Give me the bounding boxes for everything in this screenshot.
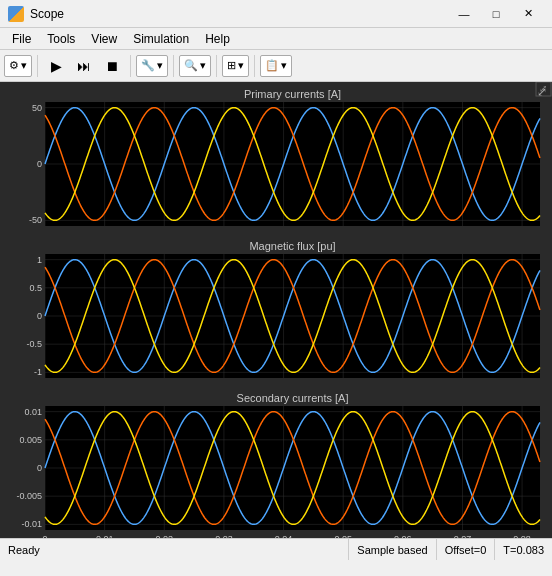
toolbar-separator-2: [130, 55, 131, 77]
maximize-button[interactable]: □: [480, 0, 512, 28]
layout-icon: ⊞: [227, 59, 236, 72]
config-combo[interactable]: 📋 ▾: [260, 55, 292, 77]
ready-text: Ready: [8, 544, 40, 556]
window-controls: — □ ✕: [448, 0, 544, 28]
settings-combo[interactable]: ⚙ ▾: [4, 55, 32, 77]
menu-view[interactable]: View: [83, 30, 125, 48]
menu-tools[interactable]: Tools: [39, 30, 83, 48]
toolbar-separator-5: [254, 55, 255, 77]
window-title: Scope: [30, 7, 448, 21]
config-icon: 📋: [265, 59, 279, 72]
tool-combo-1[interactable]: 🔧 ▾: [136, 55, 168, 77]
status-ready: Ready: [0, 539, 349, 560]
toolbar-separator-1: [37, 55, 38, 77]
title-bar: Scope — □ ✕: [0, 0, 552, 28]
time-text: T=0.083: [503, 544, 544, 556]
status-offset: Offset=0: [437, 539, 496, 560]
offset-text: Offset=0: [445, 544, 487, 556]
status-time: T=0.083: [495, 539, 552, 560]
dropdown-arrow-5: ▾: [281, 59, 287, 72]
scope-canvas[interactable]: [0, 82, 552, 538]
status-bar: Ready Sample based Offset=0 T=0.083: [0, 538, 552, 560]
zoom-combo[interactable]: 🔍 ▾: [179, 55, 211, 77]
menu-simulation[interactable]: Simulation: [125, 30, 197, 48]
expand-icon[interactable]: ⤢: [537, 85, 547, 99]
dropdown-arrow-3: ▾: [200, 59, 206, 72]
dropdown-arrow: ▾: [21, 59, 27, 72]
minimize-button[interactable]: —: [448, 0, 480, 28]
app-icon: [8, 6, 24, 22]
stop-button[interactable]: ⏹: [99, 53, 125, 79]
layout-combo[interactable]: ⊞ ▾: [222, 55, 249, 77]
sample-based-text: Sample based: [357, 544, 427, 556]
toolbar-separator-3: [173, 55, 174, 77]
menu-help[interactable]: Help: [197, 30, 238, 48]
gear-icon: ⚙: [9, 59, 19, 72]
dropdown-arrow-2: ▾: [157, 59, 163, 72]
step-button[interactable]: ⏭: [71, 53, 97, 79]
close-button[interactable]: ✕: [512, 0, 544, 28]
toolbar-separator-4: [216, 55, 217, 77]
scope-main: ⤢: [0, 82, 552, 538]
zoom-icon: 🔍: [184, 59, 198, 72]
menu-bar: File Tools View Simulation Help: [0, 28, 552, 50]
menu-file[interactable]: File: [4, 30, 39, 48]
dropdown-arrow-4: ▾: [238, 59, 244, 72]
status-sample-based: Sample based: [349, 539, 436, 560]
toolbar: ⚙ ▾ ▶ ⏭ ⏹ 🔧 ▾ 🔍 ▾ ⊞ ▾ 📋 ▾: [0, 50, 552, 82]
tool-icon-1: 🔧: [141, 59, 155, 72]
run-button[interactable]: ▶: [43, 53, 69, 79]
